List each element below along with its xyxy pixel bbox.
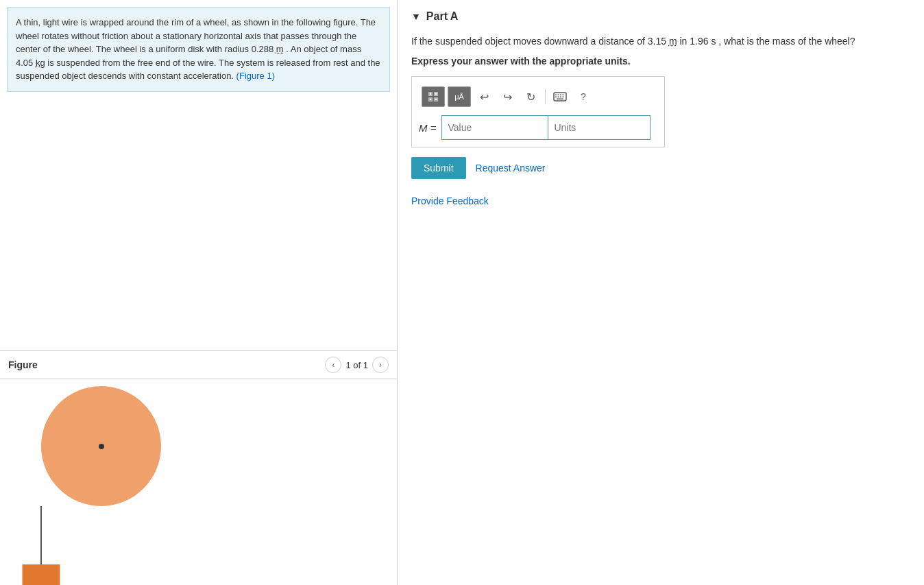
help-button[interactable]: ? [573,86,594,107]
figure-canvas [0,379,397,585]
figure-header: Figure ‹ 1 of 1 › [0,351,397,379]
figure-title: Figure [8,359,38,370]
matrix-button[interactable] [422,86,445,107]
toolbar-divider [545,89,546,104]
figure-link[interactable]: (Figure 1) [236,71,275,81]
input-label: M = [419,122,436,134]
svg-rect-14 [558,97,559,98]
part-title: Part A [426,10,459,23]
svg-rect-5 [435,93,437,95]
answer-box: μÅ ↩ ↪ ↻ ? [411,76,665,147]
units-input[interactable] [548,115,651,140]
svg-rect-11 [560,95,561,96]
right-panel: ▼ Part A If the suspended object moves d… [398,0,924,585]
svg-rect-16 [563,97,564,98]
question-text: If the suspended object moves downward a… [411,34,910,49]
submit-button[interactable]: Submit [411,157,466,179]
value-input[interactable] [441,115,548,140]
request-answer-link[interactable]: Request Answer [476,163,546,174]
wheel-center-dot [99,444,104,449]
svg-rect-10 [558,95,559,96]
svg-rect-17 [557,99,563,100]
svg-rect-13 [555,97,557,98]
next-figure-button[interactable]: › [372,357,389,373]
svg-rect-12 [563,95,564,96]
part-header: ▼ Part A [411,10,910,23]
part-collapse-icon[interactable]: ▼ [411,11,421,22]
symbol-icon: μÅ [454,93,464,101]
express-text: Express your answer with the appropriate… [411,56,910,67]
wire-line [40,506,42,564]
svg-rect-15 [560,97,561,98]
left-panel: A thin, light wire is wrapped around the… [0,0,398,585]
svg-rect-9 [555,95,557,96]
wheel-circle [41,386,161,506]
figure-scroll-area [0,379,397,585]
refresh-button[interactable]: ↻ [520,86,541,107]
svg-rect-6 [430,99,431,100]
problem-text: A thin, light wire is wrapped around the… [16,17,380,81]
figure-navigation: ‹ 1 of 1 › [325,357,389,373]
undo-button[interactable]: ↩ [474,86,494,107]
prev-figure-button[interactable]: ‹ [325,357,341,373]
problem-text-box: A thin, light wire is wrapped around the… [7,7,390,92]
toolbar: μÅ ↩ ↪ ↻ ? [419,84,657,110]
svg-rect-7 [435,99,437,100]
figure-section: Figure ‹ 1 of 1 › [0,350,397,585]
svg-rect-4 [430,93,431,95]
redo-button[interactable]: ↪ [497,86,518,107]
hanging-mass [23,564,60,585]
symbol-button[interactable]: μÅ [448,86,471,107]
action-row: Submit Request Answer [411,157,910,179]
input-row: M = [419,115,657,140]
figure-page-indicator: 1 of 1 [345,360,368,370]
provide-feedback-link[interactable]: Provide Feedback [411,195,910,206]
keyboard-button[interactable] [550,86,570,107]
